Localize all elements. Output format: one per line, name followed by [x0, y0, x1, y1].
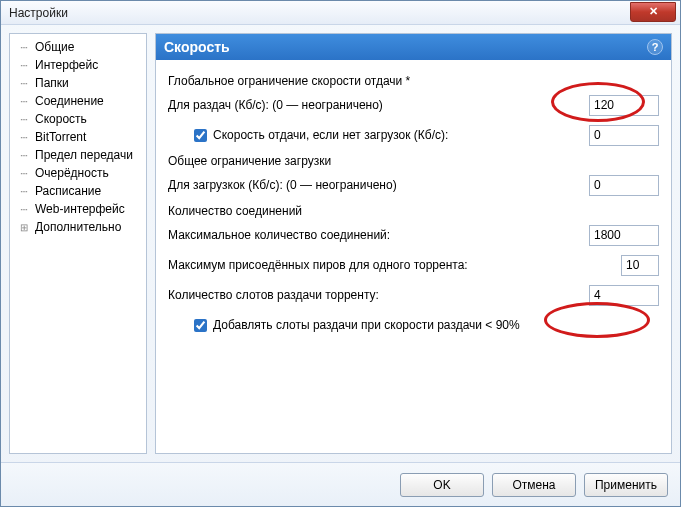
slots-input[interactable]: [589, 285, 659, 306]
sidebar-item-folders[interactable]: ····Папки: [14, 74, 142, 92]
group-connections-title: Количество соединений: [168, 204, 659, 218]
tree-dots-icon: ····: [20, 78, 34, 89]
form-area: Глобальное ограничение скорости отдачи *…: [156, 60, 671, 352]
cancel-button[interactable]: Отмена: [492, 473, 576, 497]
sidebar-item-label: Скорость: [35, 112, 87, 126]
tree-dots-icon: ····: [20, 168, 34, 179]
sidebar-item-transfer-cap[interactable]: ····Предел передачи: [14, 146, 142, 164]
window-body: ····Общие ····Интерфейс ····Папки ····Со…: [1, 25, 680, 462]
sidebar-item-webui[interactable]: ····Web-интерфейс: [14, 200, 142, 218]
sidebar: ····Общие ····Интерфейс ····Папки ····Со…: [9, 33, 147, 454]
section-header: Скорость ?: [156, 34, 671, 60]
sidebar-item-label: Соединение: [35, 94, 104, 108]
tree-dots-icon: ····: [20, 150, 34, 161]
tree-dots-icon: ····: [20, 132, 34, 143]
sidebar-item-general[interactable]: ····Общие: [14, 38, 142, 56]
add-slots-checkbox[interactable]: [194, 319, 207, 332]
sidebar-item-label: Web-интерфейс: [35, 202, 125, 216]
titlebar[interactable]: Настройки ✕: [1, 1, 680, 25]
sidebar-item-connection[interactable]: ····Соединение: [14, 92, 142, 110]
tree-dots-icon: ····: [20, 42, 34, 53]
tree-dots-icon: ····: [20, 114, 34, 125]
content-panel: Скорость ? Глобальное ограничение скорос…: [155, 33, 672, 454]
max-peers-input[interactable]: [621, 255, 659, 276]
sidebar-item-label: Очерёдность: [35, 166, 109, 180]
max-global-label: Максимальное количество соединений:: [168, 228, 589, 242]
download-rate-input[interactable]: [589, 175, 659, 196]
upload-alt-checkbox[interactable]: [194, 129, 207, 142]
ok-button[interactable]: OK: [400, 473, 484, 497]
sidebar-item-label: BitTorrent: [35, 130, 86, 144]
close-button[interactable]: ✕: [630, 2, 676, 22]
sidebar-item-label: Интерфейс: [35, 58, 98, 72]
add-slots-row: Добавлять слоты раздачи при скорости раз…: [194, 318, 659, 332]
upload-alt-input[interactable]: [589, 125, 659, 146]
sidebar-item-scheduler[interactable]: ····Расписание: [14, 182, 142, 200]
sidebar-item-label: Дополнительно: [35, 220, 121, 234]
expand-icon[interactable]: ⊞: [20, 222, 34, 233]
sidebar-item-label: Предел передачи: [35, 148, 133, 162]
sidebar-item-queueing[interactable]: ····Очерёдность: [14, 164, 142, 182]
apply-button[interactable]: Применить: [584, 473, 668, 497]
tree-dots-icon: ····: [20, 60, 34, 71]
sidebar-item-label: Папки: [35, 76, 69, 90]
group-download-title: Общее ограничение загрузки: [168, 154, 659, 168]
sidebar-item-label: Расписание: [35, 184, 101, 198]
max-peers-label: Максимум присоедённых пиров для одного т…: [168, 258, 621, 272]
window-title: Настройки: [9, 6, 68, 20]
upload-rate-label: Для раздач (Кб/с): (0 — неограничено): [168, 98, 589, 112]
group-upload-title: Глобальное ограничение скорости отдачи *: [168, 74, 659, 88]
tree-dots-icon: ····: [20, 186, 34, 197]
slots-label: Количество слотов раздачи торренту:: [168, 288, 589, 302]
download-rate-label: Для загрузкок (Кб/с): (0 — неограничено): [168, 178, 589, 192]
upload-rate-input[interactable]: [589, 95, 659, 116]
max-global-input[interactable]: [589, 225, 659, 246]
help-icon[interactable]: ?: [647, 39, 663, 55]
settings-window: Настройки ✕ ····Общие ····Интерфейс ····…: [0, 0, 681, 507]
sidebar-item-bittorrent[interactable]: ····BitTorrent: [14, 128, 142, 146]
tree-dots-icon: ····: [20, 204, 34, 215]
section-title: Скорость: [164, 39, 230, 55]
add-slots-label: Добавлять слоты раздачи при скорости раз…: [213, 318, 520, 332]
tree-dots-icon: ····: [20, 96, 34, 107]
sidebar-item-advanced[interactable]: ⊞Дополнительно: [14, 218, 142, 236]
sidebar-item-label: Общие: [35, 40, 74, 54]
dialog-footer: OK Отмена Применить: [1, 462, 680, 506]
close-icon: ✕: [649, 5, 658, 18]
sidebar-item-interface[interactable]: ····Интерфейс: [14, 56, 142, 74]
upload-alt-label: Скорость отдачи, если нет загрузок (Кб/с…: [213, 128, 448, 142]
upload-alt-row: Скорость отдачи, если нет загрузок (Кб/с…: [194, 128, 589, 142]
sidebar-item-speed[interactable]: ····Скорость: [14, 110, 142, 128]
